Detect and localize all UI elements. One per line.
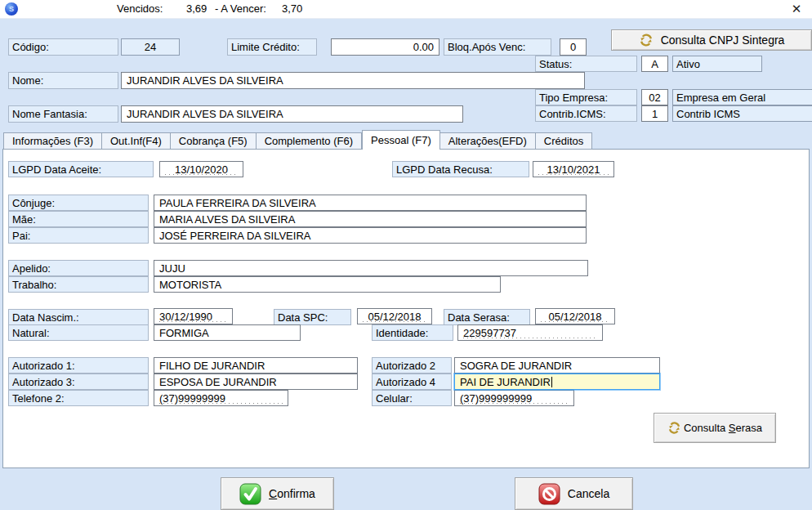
tab-creditos[interactable]: Créditos (536, 132, 592, 150)
confirma-label: Confirma (269, 487, 315, 500)
telefone2-label: Telefone 2: (8, 390, 149, 406)
text-caret (551, 377, 552, 387)
lgpd-data-aceite-label: LGPD Data Aceite: (8, 161, 154, 177)
a-vencer-label: - A Vencer: (215, 2, 266, 15)
natural-field[interactable]: FORMIGA (154, 324, 301, 341)
data-nascim-label: Data Nascim.: (8, 309, 149, 325)
limite-credito-field[interactable]: 0.00 (331, 38, 439, 56)
confirma-button[interactable]: Confirma (221, 477, 334, 510)
data-spc-label: Data SPC: (274, 309, 351, 325)
consulta-serasa-button[interactable]: Consulta Serasa (654, 413, 776, 443)
lgpd-data-recusa-label: LGPD Data Recusa: (392, 161, 529, 177)
trabalho-label: Trabalho: (8, 276, 149, 293)
apelido-label: Apelido: (8, 260, 149, 276)
status-desc: Ativo (672, 56, 762, 72)
identidade-field[interactable]: 229597737 (457, 324, 603, 341)
conjuge-label: Cônjuge: (8, 195, 149, 211)
customer-form-window: S Vencidos: 3,69 - A Vencer: 3,70 ✕ Códi… (0, 0, 812, 510)
natural-label: Natural: (8, 324, 149, 341)
bloq-apos-venc-field[interactable]: 0 (560, 38, 587, 56)
data-serasa-label: Data Serasa: (444, 309, 530, 325)
tab-alteracoes-efd[interactable]: Alterações(EFD) (440, 132, 536, 150)
contrib-icms-label: Contrib.ICMS: (535, 105, 637, 122)
autorizado4-label: Autorizado 4 (372, 374, 452, 390)
close-icon[interactable]: ✕ (787, 1, 805, 17)
nome-fantasia-field[interactable]: JURANDIR ALVES DA SILVEIRA (121, 105, 463, 123)
status-code-field[interactable]: A (641, 56, 668, 72)
tipo-empresa-label: Tipo Empresa: (535, 89, 637, 105)
nome-fantasia-label: Nome Fantasia: (8, 105, 118, 123)
sync-gold-icon (639, 33, 654, 47)
tab-informacoes[interactable]: Informações (F3) (3, 132, 102, 150)
vencidos-label: Vencidos: (117, 2, 163, 15)
data-serasa-field[interactable]: 05/12/2018 (535, 308, 615, 324)
pai-field[interactable]: JOSÉ PERREIRA DA SILVEIRA (154, 227, 587, 244)
data-nascim-field[interactable]: 30/12/1990 (154, 308, 233, 324)
codigo-label: Código: (8, 38, 118, 56)
pai-label: Pai: (8, 227, 149, 244)
lgpd-data-recusa-field[interactable]: 13/10/2021 (533, 161, 614, 177)
autorizado1-label: Autorizado 1: (8, 357, 149, 374)
nome-field[interactable]: JURANDIR ALVES DA SILVEIRA (121, 72, 585, 89)
celular-field[interactable]: (37)999999999 (454, 390, 574, 406)
trabalho-field[interactable]: MOTORISTA (154, 276, 501, 293)
lgpd-data-aceite-field[interactable]: 13/10/2020 (159, 161, 243, 177)
contrib-icms-code-field[interactable]: 1 (641, 105, 668, 122)
bloq-apos-venc-label: Bloq.Após Venc: (444, 38, 551, 56)
cancel-icon (538, 483, 560, 505)
consulta-serasa-label: Consulta Serasa (684, 422, 762, 434)
title-bar: S Vencidos: 3,69 - A Vencer: 3,70 ✕ (0, 0, 812, 19)
codigo-value: 24 (121, 38, 180, 56)
data-spc-field[interactable]: 05/12/2018 (357, 308, 432, 324)
tab-out-inf[interactable]: Out.Inf(F4) (102, 132, 171, 150)
autorizado2-label: Autorizado 2 (372, 357, 452, 374)
mae-field[interactable]: MARIA ALVES DA SILVEIRA (154, 211, 587, 227)
celular-label: Celular: (372, 390, 452, 406)
tab-pessoal[interactable]: Pessoal (F7) (362, 130, 440, 150)
autorizado3-label: Autorizado 3: (8, 374, 149, 390)
mae-label: Mãe: (8, 211, 149, 227)
tipo-empresa-desc: Empresa em Geral (672, 89, 812, 105)
nome-label: Nome: (8, 72, 118, 89)
vencidos-value: 3,69 (186, 2, 207, 15)
check-icon (239, 483, 261, 505)
tab-complemento[interactable]: Complemento (F6) (257, 132, 362, 150)
tab-cobranca[interactable]: Cobrança (F5) (171, 132, 257, 150)
autorizado4-value: PAI DE JURANDIR (460, 376, 551, 388)
autorizado2-field[interactable]: SOGRA DE JURANDIR (454, 357, 660, 374)
autorizado4-field[interactable]: PAI DE JURANDIR (454, 374, 660, 390)
tipo-empresa-code-field[interactable]: 02 (641, 89, 668, 105)
autorizado1-field[interactable]: FILHO DE JURANDIR (154, 357, 358, 374)
cancela-button[interactable]: Cancela (515, 477, 633, 510)
sync-gold-icon (667, 421, 681, 435)
autorizado3-field[interactable]: ESPOSA DE JURANDIR (154, 374, 358, 390)
telefone2-field[interactable]: (37)99999999 (154, 390, 288, 406)
cancela-label: Cancela (568, 487, 609, 500)
contrib-icms-desc: Contrib ICMS (672, 105, 812, 122)
a-vencer-value: 3,70 (282, 2, 302, 15)
apelido-field[interactable]: JUJU (154, 260, 588, 276)
limite-credito-label: Limite Crédito: (227, 38, 317, 56)
tab-bar: Informações (F3) Out.Inf(F4) Cobrança (F… (3, 131, 592, 150)
conjuge-field[interactable]: PAULA FERREIRA DA SILVEIRA (154, 195, 587, 211)
app-icon: S (5, 2, 18, 16)
status-label: Status: (535, 56, 637, 72)
consulta-cnpj-label: Consulta CNPJ Sintegra (661, 34, 785, 47)
consulta-cnpj-sintegra-button[interactable]: Consulta CNPJ Sintegra (611, 29, 812, 51)
identidade-label: Identidade: (372, 324, 453, 341)
